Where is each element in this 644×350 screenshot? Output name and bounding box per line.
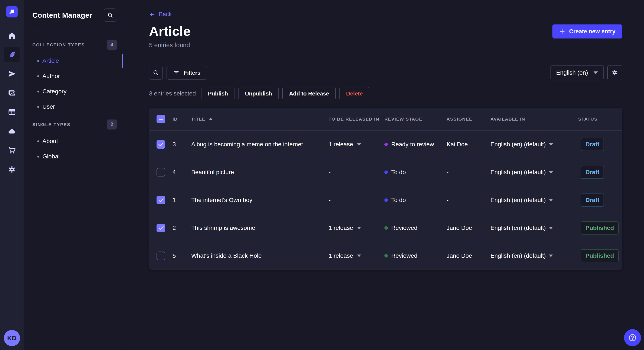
column-header-assignee[interactable]: ASSIGNEE (446, 117, 490, 122)
subnav-item-label: User (42, 103, 55, 110)
cell-assignee: Jane Doe (446, 224, 490, 231)
table-row[interactable]: 3A bug is becoming a meme on the interne… (149, 130, 622, 158)
cell-available-in[interactable]: English (en) (default) (490, 141, 578, 148)
bullet-icon (37, 106, 39, 108)
row-checkbox[interactable] (156, 168, 165, 176)
table-body: 3A bug is becoming a meme on the interne… (149, 130, 622, 270)
cell-available-in[interactable]: English (en) (default) (490, 252, 578, 259)
locale-select[interactable]: English (en) (550, 65, 604, 80)
table-row[interactable]: 1The internet's Own boy-To do-English (e… (149, 186, 622, 214)
publish-button[interactable]: Publish (201, 87, 234, 100)
subnav-item-author[interactable]: Author (24, 68, 123, 84)
stage-label: Reviewed (391, 252, 418, 259)
deploy-cloud-icon[interactable] (4, 124, 20, 139)
release-value: - (328, 169, 330, 176)
stage-dot-icon (384, 171, 388, 174)
row-checkbox[interactable] (156, 224, 165, 232)
unpublish-button[interactable]: Unpublish (238, 87, 278, 100)
subnav-item-article[interactable]: Article (24, 53, 123, 68)
settings-gear-icon[interactable] (4, 162, 20, 177)
filters-button[interactable]: Filters (166, 66, 207, 80)
chevron-down-icon (549, 227, 553, 229)
column-header-review-stage[interactable]: REVIEW STAGE (384, 117, 446, 122)
content-manager-feather-icon[interactable] (4, 47, 20, 62)
column-header-id[interactable]: ID (172, 117, 191, 122)
cell-review-stage: Reviewed (384, 252, 446, 259)
create-new-entry-label: Create new entry (569, 28, 616, 35)
table-row[interactable]: 4Beautiful picture-To do-English (en) (d… (149, 158, 622, 186)
row-checkbox[interactable] (156, 140, 165, 149)
stage-dot-icon (384, 226, 388, 230)
search-icon (107, 12, 114, 18)
page-title: Article (149, 24, 190, 39)
subnav-section: COLLECTION TYPES4ArticleAuthorCategoryUs… (24, 40, 123, 114)
list-search-button[interactable] (149, 66, 163, 80)
table-row[interactable]: 2This shrimp is awesome1 releaseReviewed… (149, 214, 622, 242)
cell-available-in[interactable]: English (en) (default) (490, 169, 578, 176)
home-icon[interactable] (4, 28, 20, 43)
column-header-status[interactable]: STATUS (578, 117, 622, 122)
cell-status: Published (578, 221, 622, 234)
cell-to-be-released-in[interactable]: 1 release (328, 224, 384, 231)
row-checkbox[interactable] (156, 252, 165, 260)
locale-value: English (en) (default) (490, 197, 546, 203)
cell-status: Draft (578, 166, 622, 179)
chevron-down-icon (594, 71, 598, 74)
cell-assignee: - (446, 197, 490, 203)
section-count-badge: 2 (107, 120, 117, 130)
bullet-icon (37, 91, 39, 93)
subnav-item-about[interactable]: About (24, 134, 123, 149)
cell-id: 1 (172, 197, 191, 203)
subnav-item-category[interactable]: Category (24, 84, 123, 99)
subnav-item-global[interactable]: Global (24, 149, 123, 164)
select-all-checkbox[interactable] (156, 115, 165, 123)
stage-dot-icon (384, 198, 388, 202)
create-new-entry-button[interactable]: Create new entry (552, 24, 622, 38)
cell-assignee: Jane Doe (446, 252, 490, 259)
help-button[interactable] (624, 329, 641, 346)
subnav-item-label: Category (42, 88, 67, 95)
releases-paper-plane-icon[interactable] (4, 66, 20, 81)
cell-to-be-released-in[interactable]: 1 release (328, 252, 384, 259)
cell-id: 4 (172, 169, 191, 176)
view-settings-button[interactable] (607, 65, 622, 80)
chevron-down-icon (549, 199, 553, 201)
chevron-down-icon (549, 171, 553, 174)
cell-available-in[interactable]: English (en) (default) (490, 197, 578, 203)
stage-label: Ready to review (391, 141, 434, 148)
locale-value: English (en) (default) (490, 169, 546, 176)
marketplace-cart-icon[interactable] (4, 143, 20, 158)
back-link[interactable]: Back (149, 11, 172, 18)
strapi-logo-icon (6, 6, 18, 17)
subnav-sections: COLLECTION TYPES4ArticleAuthorCategoryUs… (24, 40, 123, 164)
content-type-builder-icon[interactable] (4, 104, 20, 120)
column-header-to-be-released-in[interactable]: TO BE RELEASED IN (328, 117, 384, 122)
user-avatar[interactable]: KD (4, 330, 20, 346)
media-library-icon[interactable] (4, 85, 20, 101)
subnav-search-button[interactable] (104, 8, 117, 22)
subnav-item-user[interactable]: User (24, 99, 123, 114)
gear-icon (612, 69, 618, 76)
status-badge: Draft (581, 193, 604, 207)
add-to-release-button[interactable]: Add to Release (282, 87, 336, 100)
stage-dot-icon (384, 254, 388, 257)
chevron-down-icon (357, 143, 361, 146)
section-label: COLLECTION TYPES (32, 42, 85, 47)
chevron-down-icon (549, 255, 553, 257)
filters-label: Filters (184, 70, 200, 76)
table-header-row: ID TITLE TO BE RELEASED IN REVIEW STAGE … (149, 108, 622, 130)
subnav-item-label: Article (42, 57, 59, 64)
back-label: Back (159, 11, 172, 18)
delete-button[interactable]: Delete (340, 87, 369, 100)
column-header-available-in[interactable]: AVAILABLE IN (490, 117, 578, 122)
column-header-title[interactable]: TITLE (191, 117, 328, 122)
arrow-left-icon (149, 11, 156, 18)
cell-id: 2 (172, 224, 191, 231)
release-value: - (328, 197, 330, 203)
cell-review-stage: To do (384, 169, 446, 176)
cell-available-in[interactable]: English (en) (default) (490, 224, 578, 231)
chevron-down-icon (549, 143, 553, 146)
table-row[interactable]: 5What's inside a Black Hole1 releaseRevi… (149, 242, 622, 270)
cell-to-be-released-in[interactable]: 1 release (328, 141, 384, 148)
row-checkbox[interactable] (156, 196, 165, 204)
